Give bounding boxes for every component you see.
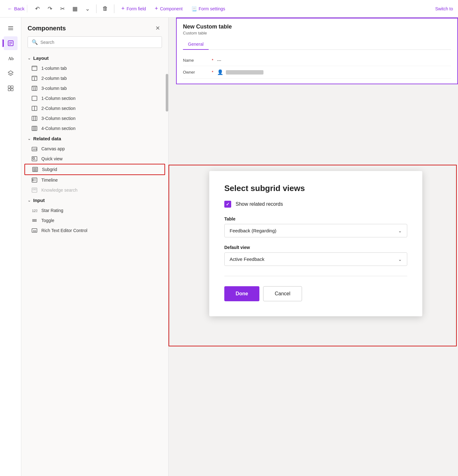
4col-section-label: 4-Column section: [41, 126, 75, 131]
default-view-chevron-icon: ⌄: [398, 257, 402, 262]
forms-icon: [8, 40, 14, 46]
svg-rect-18: [32, 86, 37, 87]
table-select[interactable]: Feedback (Regarding) ⌄: [224, 224, 407, 237]
back-label: Back: [14, 6, 24, 11]
cut-button[interactable]: ✂: [57, 4, 67, 14]
2col-section-icon: [31, 106, 38, 111]
done-button[interactable]: Done: [224, 286, 259, 301]
item-rich-text-editor[interactable]: Ab Rich Text Editor Control: [21, 225, 168, 235]
field-owner-row: Owner * 👤: [183, 66, 451, 79]
item-3-column-section[interactable]: 3-Column section: [21, 113, 168, 123]
item-subgrid[interactable]: Subgrid: [24, 164, 165, 175]
component-label: Component: [160, 6, 183, 11]
item-1-column-section[interactable]: 1-Column section: [21, 93, 168, 103]
form-settings-button[interactable]: 📃 Form settings: [188, 5, 228, 13]
checkmark-icon: ✓: [226, 202, 230, 207]
redo-button[interactable]: ↷: [45, 4, 55, 14]
sidebar-close-button[interactable]: ✕: [153, 24, 162, 33]
plus-icon-2: +: [155, 5, 158, 12]
item-quick-view[interactable]: Quick view: [21, 154, 168, 164]
nav-layers[interactable]: [4, 66, 18, 80]
field-name-required: *: [212, 58, 213, 63]
nav-components[interactable]: [4, 81, 18, 95]
show-related-records-checkbox[interactable]: ✓: [224, 201, 231, 208]
rich-text-label: Rich Text Editor Control: [41, 228, 87, 233]
star-rating-label: Star Rating: [41, 208, 63, 213]
components-icon: [8, 85, 14, 91]
toggle-icon: [31, 218, 38, 223]
svg-rect-38: [35, 168, 37, 169]
scrollbar-thumb[interactable]: [166, 74, 168, 111]
svg-point-43: [33, 179, 34, 180]
form-panel-header: New Custom table Custom table General: [177, 18, 457, 50]
2col-tab-icon: [31, 76, 38, 81]
item-toggle[interactable]: Toggle: [21, 215, 168, 225]
item-timeline[interactable]: Timeline: [21, 175, 168, 185]
table-chevron-icon: ⌄: [398, 228, 402, 233]
dialog-buttons: Done Cancel: [224, 286, 407, 301]
svg-rect-24: [32, 116, 37, 121]
dialog-divider: [224, 276, 407, 276]
nav-text[interactable]: Ab: [4, 51, 18, 65]
timeline-icon: [31, 178, 38, 183]
canvas-app-icon: 123: [31, 146, 38, 151]
item-2-column-tab[interactable]: 2-column tab: [21, 73, 168, 83]
svg-rect-5: [9, 43, 12, 44]
item-2-column-section[interactable]: 2-Column section: [21, 103, 168, 113]
svg-rect-2: [8, 29, 13, 30]
svg-rect-10: [8, 89, 10, 91]
show-related-records-row: ✓ Show related records: [224, 201, 407, 208]
section-related-header[interactable]: ⌄ Related data: [21, 133, 168, 144]
1col-tab-label: 1-column tab: [41, 66, 67, 71]
svg-rect-21: [32, 96, 37, 101]
section-input-header[interactable]: ⌄ Input: [21, 195, 168, 205]
default-view-select[interactable]: Active Feedback ⌄: [224, 252, 407, 266]
dialog-title: Select subgrid views: [224, 184, 407, 193]
switch-button[interactable]: Switch to: [435, 6, 453, 11]
svg-text:123: 123: [33, 148, 37, 151]
delete-button[interactable]: 🗑: [100, 4, 110, 14]
select-subgrid-dialog: Select subgrid views ✓ Show related reco…: [209, 171, 422, 316]
back-button[interactable]: ← Back: [5, 5, 27, 13]
3col-tab-icon: [31, 86, 38, 91]
default-view-group: Default view Active Feedback ⌄: [224, 245, 407, 266]
layers-icon: [8, 70, 14, 76]
search-input[interactable]: [40, 40, 158, 45]
1col-section-icon: [31, 96, 38, 101]
owner-person-icon: 👤: [217, 69, 223, 75]
form-field-button[interactable]: + Form field: [118, 4, 149, 13]
item-star-rating[interactable]: 123 Star Rating: [21, 205, 168, 215]
item-1-column-tab[interactable]: 1-column tab: [21, 63, 168, 73]
dropdown-button[interactable]: ⌄: [82, 4, 92, 14]
cancel-button[interactable]: Cancel: [263, 286, 302, 301]
field-name-label: Name: [183, 58, 208, 63]
svg-rect-0: [8, 26, 13, 27]
item-4-column-section[interactable]: 4-Column section: [21, 123, 168, 133]
knowledge-search-icon: [31, 188, 38, 193]
nav-forms[interactable]: [4, 36, 18, 50]
svg-rect-4: [9, 42, 12, 43]
form-panel-title: New Custom table: [183, 23, 451, 30]
3col-section-icon: [31, 116, 38, 121]
copy-button[interactable]: ▦: [70, 4, 80, 14]
section-layout-header[interactable]: ⌄ Layout: [21, 53, 168, 63]
item-knowledge-search: Knowledge search: [21, 185, 168, 195]
svg-text:Ab: Ab: [33, 230, 36, 232]
component-button[interactable]: + Component: [152, 4, 186, 13]
section-layout-label: Layout: [33, 55, 49, 61]
nav-menu[interactable]: [4, 21, 18, 35]
form-tabs: General: [183, 39, 451, 50]
search-icon: 🔍: [32, 39, 38, 45]
item-canvas-app[interactable]: 123 Canvas app: [21, 144, 168, 154]
2col-section-label: 2-Column section: [41, 106, 75, 111]
tab-general[interactable]: General: [183, 39, 209, 50]
svg-rect-8: [8, 86, 10, 88]
undo-button[interactable]: ↶: [32, 4, 42, 14]
canvas-app-label: Canvas app: [41, 146, 65, 151]
default-view-label: Default view: [224, 245, 407, 250]
svg-text:123: 123: [32, 209, 37, 213]
svg-rect-34: [33, 158, 34, 159]
svg-rect-40: [35, 170, 37, 171]
item-3-column-tab[interactable]: 3-column tab: [21, 83, 168, 93]
form-canvas: New Custom table Custom table General Na…: [169, 18, 458, 476]
